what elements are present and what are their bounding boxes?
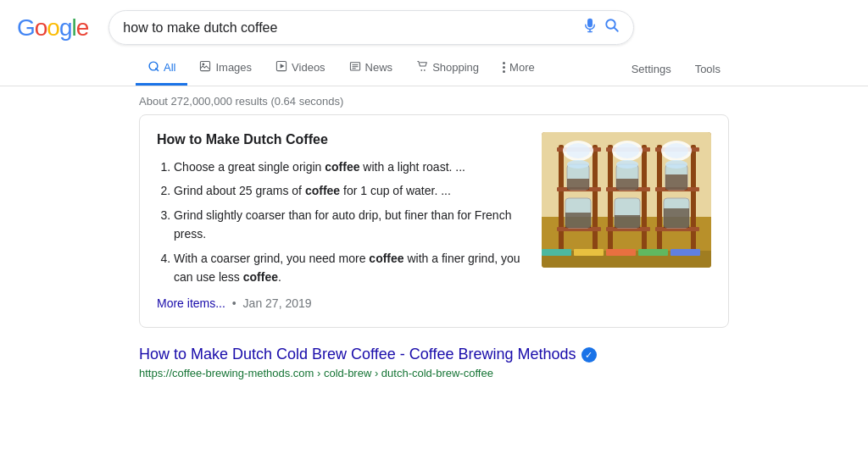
bold-coffee-1: coffee bbox=[325, 160, 359, 174]
svg-rect-30 bbox=[565, 213, 591, 228]
svg-line-5 bbox=[156, 69, 159, 71]
list-item: Choose a great single origin coffee with… bbox=[174, 158, 525, 176]
svg-rect-6 bbox=[201, 61, 210, 70]
dot-separator: • bbox=[229, 296, 240, 310]
svg-point-37 bbox=[615, 143, 639, 158]
list-item: Grind about 25 grams of coffee for 1 cup… bbox=[174, 181, 525, 200]
svg-rect-60 bbox=[670, 249, 700, 256]
tab-shopping[interactable]: Shopping bbox=[404, 52, 491, 86]
search-result: How to Make Dutch Cold Brew Coffee - Cof… bbox=[139, 341, 729, 382]
more-items-link[interactable]: More items... bbox=[157, 296, 225, 310]
svg-point-39 bbox=[616, 160, 638, 169]
tab-all[interactable]: All bbox=[136, 52, 187, 86]
svg-rect-19 bbox=[559, 145, 564, 255]
shopping-icon bbox=[416, 60, 428, 75]
tab-settings[interactable]: Settings bbox=[620, 54, 683, 84]
tab-more-label: More bbox=[509, 61, 535, 74]
list-item: With a coarser grind, you need more coff… bbox=[174, 249, 525, 287]
tab-images[interactable]: Images bbox=[187, 52, 264, 86]
svg-line-3 bbox=[615, 28, 618, 31]
svg-point-49 bbox=[665, 143, 688, 158]
svg-point-15 bbox=[424, 69, 426, 71]
svg-point-27 bbox=[567, 160, 589, 169]
svg-rect-40 bbox=[616, 179, 638, 190]
bold-coffee-2: coffee bbox=[305, 184, 340, 197]
verified-badge: ✓ bbox=[581, 347, 597, 363]
results-info: About 272,000,000 results (0.64 seconds) bbox=[0, 86, 868, 114]
svg-point-51 bbox=[665, 160, 687, 169]
main-content: How to Make Dutch Coffee Choose a great … bbox=[0, 114, 868, 383]
featured-snippet-text: How to Make Dutch Coffee Choose a great … bbox=[157, 132, 525, 310]
bold-coffee-4: coffee bbox=[243, 270, 278, 284]
header: Google how to make dutch coffee bbox=[0, 0, 868, 45]
svg-rect-28 bbox=[567, 179, 589, 190]
tab-videos[interactable]: Videos bbox=[264, 52, 337, 86]
videos-icon bbox=[275, 60, 287, 75]
logo-o1: o bbox=[35, 14, 47, 42]
snippet-date: Jan 27, 2019 bbox=[243, 296, 312, 310]
search-input[interactable]: how to make dutch coffee bbox=[123, 20, 576, 36]
microphone-icon[interactable] bbox=[582, 18, 598, 37]
tab-all-label: All bbox=[164, 61, 175, 74]
svg-point-25 bbox=[566, 143, 590, 158]
all-icon bbox=[147, 60, 159, 75]
tab-news-label: News bbox=[365, 61, 393, 74]
tab-news[interactable]: News bbox=[337, 52, 405, 86]
tab-shopping-label: Shopping bbox=[432, 61, 479, 74]
tools-label: Tools bbox=[695, 63, 721, 75]
svg-point-14 bbox=[421, 69, 423, 71]
more-dots-icon bbox=[503, 62, 505, 73]
tab-tools[interactable]: Tools bbox=[683, 54, 732, 84]
featured-more-link[interactable]: More items... • Jan 27, 2019 bbox=[157, 296, 525, 310]
svg-marker-9 bbox=[281, 64, 285, 69]
svg-point-7 bbox=[203, 64, 205, 66]
svg-rect-56 bbox=[542, 249, 571, 256]
svg-rect-52 bbox=[665, 174, 687, 190]
featured-snippet-card: How to Make Dutch Coffee Choose a great … bbox=[139, 114, 729, 328]
svg-rect-31 bbox=[608, 145, 613, 255]
nav-tabs: All Images Videos bbox=[0, 52, 868, 86]
logo-e: e bbox=[76, 14, 89, 42]
result-url: https://coffee-brewing-methods.com › col… bbox=[139, 367, 729, 379]
svg-rect-44 bbox=[691, 145, 696, 255]
svg-rect-20 bbox=[593, 145, 598, 255]
featured-snippet-list: Choose a great single origin coffee with… bbox=[157, 158, 525, 286]
logo-g: G bbox=[17, 14, 35, 42]
images-icon bbox=[199, 60, 211, 75]
result-title-text: How to Make Dutch Cold Brew Coffee - Cof… bbox=[139, 345, 576, 364]
tab-videos-label: Videos bbox=[292, 61, 326, 74]
svg-rect-43 bbox=[657, 145, 662, 255]
svg-rect-42 bbox=[615, 215, 640, 228]
featured-snippet-title: How to Make Dutch Coffee bbox=[157, 132, 525, 147]
settings-label: Settings bbox=[632, 63, 671, 75]
list-item: Grind slightly coarser than for auto dri… bbox=[174, 206, 525, 244]
result-title[interactable]: How to Make Dutch Cold Brew Coffee - Cof… bbox=[139, 345, 729, 364]
search-bar: how to make dutch coffee bbox=[108, 10, 634, 45]
bold-coffee-3: coffee bbox=[369, 252, 403, 265]
logo-o2: o bbox=[47, 14, 59, 42]
featured-image bbox=[542, 132, 711, 268]
svg-rect-54 bbox=[664, 208, 689, 228]
search-icon[interactable] bbox=[604, 18, 620, 37]
svg-rect-57 bbox=[574, 249, 604, 256]
coffee-image-svg bbox=[542, 132, 711, 268]
svg-rect-58 bbox=[606, 249, 636, 256]
google-logo: Google bbox=[17, 14, 88, 42]
svg-rect-32 bbox=[642, 145, 647, 255]
tab-more[interactable]: More bbox=[491, 53, 547, 85]
logo-g2: g bbox=[59, 14, 72, 42]
news-icon bbox=[349, 60, 361, 75]
tab-images-label: Images bbox=[215, 61, 252, 74]
svg-rect-59 bbox=[638, 249, 668, 256]
